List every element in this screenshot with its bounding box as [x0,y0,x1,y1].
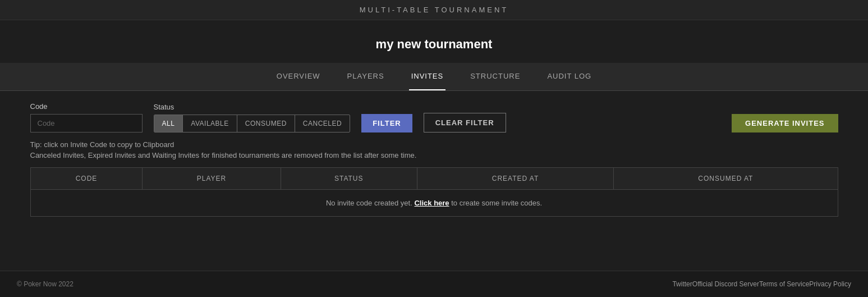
code-label: Code [30,102,143,111]
footer-links: Twitter Official Discord Server Terms of… [672,280,851,288]
footer: © Poker Now 2022 Twitter Official Discor… [0,271,868,297]
empty-suffix: to create some invite codes. [451,199,542,207]
code-input[interactable] [30,114,143,132]
footer-link-discord[interactable]: Official Discord Server [692,280,759,288]
app-title: MULTI-TABLE TOURNAMENT [360,6,508,14]
col-status: STATUS [281,168,417,190]
col-created-at: CREATED AT [417,168,613,190]
empty-link[interactable]: Click here [414,199,449,207]
copyright: © Poker Now 2022 [17,280,74,288]
filter-button[interactable]: FILTER [361,114,412,132]
table-row-empty: No invite code created yet. Click here t… [30,190,838,217]
tab-players[interactable]: PLAYERS [345,63,387,90]
main-content: my new tournament OVERVIEW PLAYERS INVIT… [0,20,868,271]
status-btn-consumed[interactable]: CONSUMED [237,115,295,132]
invite-table: CODE PLAYER STATUS CREATED AT CONSUMED A… [30,167,838,217]
code-filter-group: Code [30,102,143,132]
content-area: Code Status ALL AVAILABLE CONSUMED CANCE… [13,91,855,228]
clear-filter-button[interactable]: CLEAR FILTER [424,113,506,132]
col-consumed-at: CONSUMED AT [614,168,838,190]
col-code: CODE [30,168,143,190]
top-bar: MULTI-TABLE TOURNAMENT [0,0,868,20]
col-player: PLAYER [143,168,281,190]
footer-link-tos[interactable]: Terms of Service [759,280,809,288]
table-body: No invite code created yet. Click here t… [30,190,838,217]
tip-clipboard: Tip: click on Invite Code to copy to Cli… [30,140,838,149]
status-label: Status [154,103,351,111]
status-btn-all[interactable]: ALL [154,115,183,132]
tab-structure[interactable]: STRUCTURE [468,63,522,90]
tip-removal: Canceled Invites, Expired Invites and Wa… [30,151,838,159]
generate-invites-button[interactable]: GENERATE INVITES [732,114,838,132]
status-btn-canceled[interactable]: CANCELED [295,115,350,132]
tournament-name: my new tournament [376,37,493,52]
footer-link-twitter[interactable]: Twitter [672,280,692,288]
tab-overview[interactable]: OVERVIEW [274,63,323,90]
filter-row: Code Status ALL AVAILABLE CONSUMED CANCE… [30,102,838,132]
footer-link-privacy[interactable]: Privacy Policy [809,280,851,288]
empty-message: No invite code created yet. Click here t… [30,190,838,217]
status-buttons: ALL AVAILABLE CONSUMED CANCELED [154,115,351,132]
tab-invites[interactable]: INVITES [409,63,446,90]
empty-prefix: No invite code created yet. [326,199,412,207]
table-header: CODE PLAYER STATUS CREATED AT CONSUMED A… [30,168,838,190]
nav-tabs: OVERVIEW PLAYERS INVITES STRUCTURE AUDIT… [0,63,868,91]
status-btn-available[interactable]: AVAILABLE [183,115,237,132]
tab-audit-log[interactable]: AUDIT LOG [545,63,594,90]
status-filter-group: Status ALL AVAILABLE CONSUMED CANCELED [154,103,351,132]
